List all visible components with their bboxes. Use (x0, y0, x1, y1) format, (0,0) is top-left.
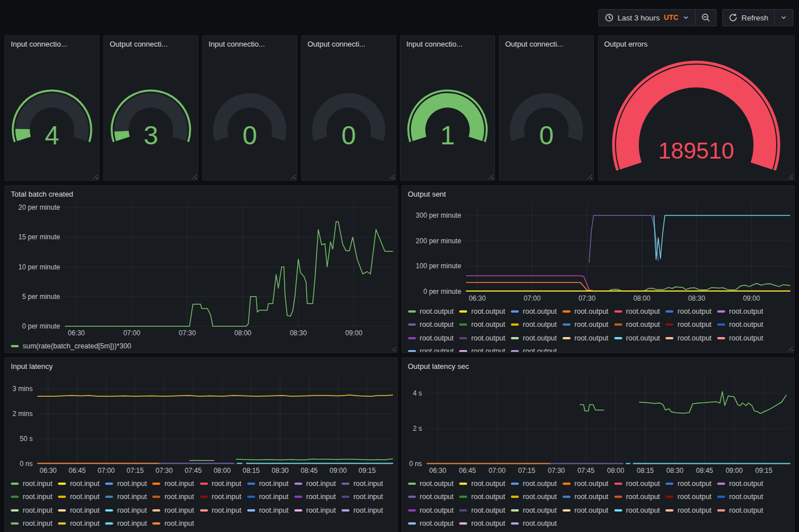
legend-item[interactable]: root.input (152, 477, 194, 491)
legend-item[interactable]: root.output (511, 477, 557, 491)
legend-item[interactable]: root.output (614, 504, 660, 517)
legend-item[interactable]: root.input (11, 477, 52, 491)
legend-item[interactable]: root.output (408, 477, 454, 491)
panel-title[interactable]: Output connecti... (104, 36, 198, 52)
legend-item[interactable]: root.output (563, 331, 609, 345)
legend-item[interactable]: root.input (105, 504, 147, 517)
timeseries-chart[interactable]: 0 ns2 s4 s06:3006:4507:0007:1507:3007:45… (402, 374, 794, 475)
legend-item[interactable]: root.input (294, 477, 336, 491)
legend-item[interactable]: root.output (511, 318, 557, 332)
panel-title[interactable]: Input connectio... (401, 36, 494, 52)
legend-item[interactable]: root.output (408, 517, 454, 531)
panel-title[interactable]: Output connecti... (302, 36, 396, 52)
panel-title[interactable]: Output sent (402, 186, 794, 202)
legend-item[interactable]: root.output (665, 504, 711, 517)
legend-item[interactable]: root.output (717, 477, 763, 491)
legend-item[interactable]: root.output (511, 517, 557, 531)
legend-item[interactable]: root.input (11, 491, 52, 504)
legend-item[interactable]: root.input (247, 477, 289, 491)
legend-item[interactable]: root.input (105, 491, 147, 504)
legend-item[interactable]: root.output (717, 305, 763, 318)
legend-item[interactable]: root.output (717, 331, 763, 345)
legend-item[interactable]: root.output (511, 491, 557, 504)
legend-item[interactable]: root.input (247, 504, 289, 517)
legend-item[interactable]: root.output (665, 491, 711, 504)
legend-item[interactable]: root.input (58, 504, 99, 517)
legend-item[interactable]: root.input (200, 477, 242, 491)
legend-item[interactable]: root.output (563, 477, 609, 491)
legend-item[interactable]: root.input (105, 517, 147, 531)
legend-item[interactable]: root.input (294, 491, 336, 504)
legend-item[interactable]: root.input (152, 504, 194, 517)
legend-item[interactable]: root.output (408, 305, 454, 318)
legend-item[interactable]: root.input (105, 477, 147, 491)
legend-item[interactable]: root.input (247, 491, 289, 504)
legend-item[interactable]: root.output (717, 318, 763, 332)
legend-item[interactable]: root.input (342, 477, 383, 491)
legend-item[interactable]: root.output (665, 477, 711, 491)
legend-item[interactable]: root.output (459, 318, 505, 332)
legend-item[interactable]: root.input (11, 504, 52, 517)
legend-item[interactable]: root.output (511, 345, 557, 352)
legend-item[interactable]: root.output (665, 331, 711, 345)
legend-item[interactable]: root.output (665, 318, 711, 332)
legend-item[interactable]: root.output (408, 345, 454, 352)
legend-item[interactable]: root.output (459, 517, 505, 531)
legend-item[interactable]: root.input (58, 477, 99, 491)
panel-title[interactable]: Input latency (5, 358, 397, 374)
panel-title[interactable]: Output errors (598, 36, 794, 52)
legend-item[interactable]: root.output (459, 504, 505, 517)
legend-item[interactable]: root.input (342, 504, 383, 517)
legend-item[interactable]: root.input (58, 517, 99, 531)
legend-item[interactable]: sum(rate(batch_created[5m]))*300 (11, 340, 131, 352)
legend-item[interactable]: root.output (614, 491, 660, 504)
legend-item[interactable]: root.output (563, 504, 609, 517)
panel-title[interactable]: Input connectio... (203, 36, 297, 52)
chart-legend: sum(rate(batch_created[5m]))*300 (5, 338, 397, 352)
legend-item[interactable]: root.output (408, 331, 454, 345)
legend-item[interactable]: root.output (511, 305, 557, 318)
zoom-out-button[interactable] (695, 9, 717, 26)
legend-item[interactable]: root.input (152, 517, 194, 531)
panel-title[interactable]: Input connectio... (5, 36, 99, 52)
legend-item[interactable]: root.input (294, 504, 336, 517)
legend-item[interactable]: root.input (200, 504, 242, 517)
panel-title[interactable]: Output connecti... (500, 36, 593, 52)
legend-item[interactable]: root.output (614, 477, 660, 491)
legend-item[interactable]: root.output (563, 318, 609, 332)
legend-item[interactable]: root.input (200, 491, 242, 504)
series-color-swatch (247, 509, 255, 512)
legend-item[interactable]: root.output (717, 491, 763, 504)
legend-item[interactable]: root.output (563, 305, 609, 318)
legend-item[interactable]: root.output (717, 504, 763, 517)
refresh-button[interactable]: Refresh (722, 9, 775, 26)
legend-label: root.input (23, 493, 52, 501)
refresh-interval-dropdown[interactable] (774, 9, 793, 26)
legend-item[interactable]: root.input (152, 491, 194, 504)
legend-item[interactable]: root.output (511, 331, 557, 345)
panel-title[interactable]: Total batch created (5, 186, 397, 202)
timeseries-chart[interactable]: 0 per minute5 per minute10 per minute15 … (5, 202, 397, 338)
legend-item[interactable]: root.output (459, 491, 505, 504)
legend-item[interactable]: root.output (459, 305, 505, 318)
legend-item[interactable]: root.output (459, 477, 505, 491)
legend-item[interactable]: root.input (11, 517, 52, 531)
legend-item[interactable]: root.output (408, 318, 454, 332)
legend-item[interactable]: root.output (459, 345, 505, 352)
legend-item[interactable]: root.output (408, 491, 454, 504)
legend-item[interactable]: root.output (614, 331, 660, 345)
panel-title[interactable]: Output latency sec (402, 358, 794, 374)
timeseries-chart[interactable]: 0 per minute100 per minute200 per minute… (402, 202, 794, 303)
time-range-button[interactable]: Last 3 hours UTC (598, 9, 696, 26)
legend-item[interactable]: root.input (58, 491, 99, 504)
timeseries-chart[interactable]: 0 ns50 s2 mins3 mins06:3006:4507:0007:15… (5, 374, 397, 475)
legend-item[interactable]: root.output (614, 318, 660, 332)
legend-item[interactable]: root.output (511, 504, 557, 517)
legend-item[interactable]: root.input (342, 491, 383, 504)
legend-item[interactable]: root.output (459, 331, 505, 345)
svg-text:06:45: 06:45 (459, 467, 476, 475)
legend-item[interactable]: root.output (665, 305, 711, 318)
legend-item[interactable]: root.output (563, 491, 609, 504)
legend-item[interactable]: root.output (408, 504, 454, 517)
legend-item[interactable]: root.output (614, 305, 660, 318)
